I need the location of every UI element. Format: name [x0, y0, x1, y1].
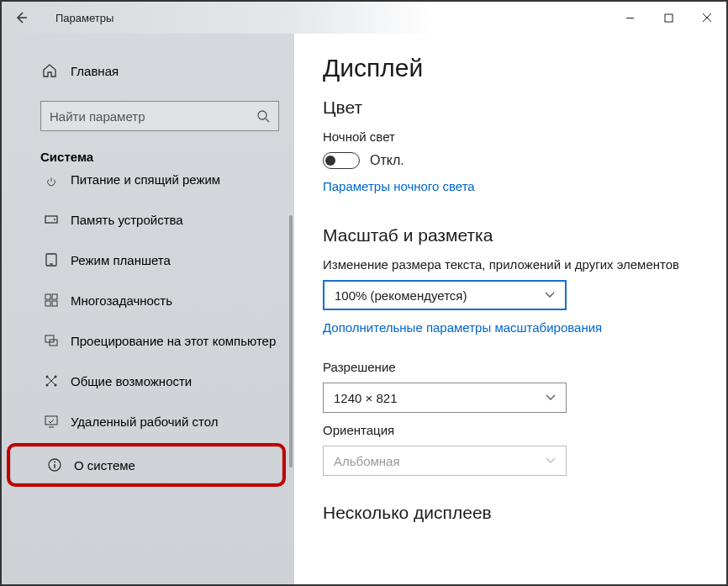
color-heading: Цвет	[323, 98, 706, 118]
toggle-state: Откл.	[370, 153, 404, 168]
body: Главная Найти параметр Система Питание и…	[2, 34, 726, 584]
sidebar-item-label: Питание и спящий режим	[71, 172, 220, 187]
settings-window: Параметры Главная Найти параметр Система	[0, 0, 728, 586]
sidebar-item-label: О системе	[74, 458, 135, 472]
window-title: Параметры	[55, 12, 113, 24]
toggle-knob	[325, 156, 335, 166]
sidebar-item-label: Память устройства	[71, 213, 183, 227]
scale-select[interactable]: 100% (рекомендуется)	[323, 280, 567, 310]
search-placeholder: Найти параметр	[50, 109, 145, 124]
svg-point-4	[258, 111, 266, 119]
sidebar-item-label: Многозадачность	[71, 293, 172, 308]
multitask-icon	[42, 293, 61, 308]
multi-display-heading: Несколько дисплеев	[323, 503, 706, 523]
storage-icon	[42, 212, 61, 227]
orientation-value: Альбомная	[334, 454, 400, 468]
orientation-label: Ориентация	[323, 423, 706, 437]
svg-rect-11	[52, 294, 57, 299]
svg-rect-1	[665, 14, 673, 22]
svg-rect-20	[45, 416, 57, 425]
sidebar-item-project[interactable]: Проецирование на этот компьютер	[2, 320, 294, 361]
remote-icon	[42, 414, 61, 429]
toggle-track	[323, 152, 360, 169]
info-icon	[45, 457, 64, 472]
resolution-label: Разрешение	[323, 360, 706, 374]
titlebar: Параметры	[2, 2, 726, 34]
scale-value: 100% (рекомендуется)	[335, 288, 467, 303]
sidebar-item-shared[interactable]: Общие возможности	[2, 361, 294, 401]
minimize-button[interactable]	[610, 2, 649, 34]
sidebar-home[interactable]: Главная	[2, 54, 294, 87]
scale-heading: Масштаб и разметка	[323, 225, 706, 245]
svg-point-7	[54, 219, 55, 220]
sidebar-item-power[interactable]: Питание и спящий режим	[2, 159, 294, 199]
main-content: Дисплей Цвет Ночной свет Откл. Параметры…	[294, 34, 726, 584]
window-controls	[610, 2, 726, 34]
maximize-button[interactable]	[649, 2, 688, 34]
resolution-value: 1240 × 821	[334, 391, 398, 405]
shared-icon	[42, 373, 61, 388]
power-icon	[42, 172, 61, 187]
svg-rect-13	[52, 301, 57, 306]
project-icon	[42, 333, 61, 348]
sidebar-item-label: Проецирование на этот компьютер	[71, 334, 276, 348]
chevron-down-icon	[546, 394, 556, 401]
sidebar-item-tablet[interactable]: Режим планшета	[2, 240, 294, 280]
sidebar-scrollbar[interactable]	[289, 215, 293, 467]
chevron-down-icon	[545, 292, 555, 298]
chevron-down-icon	[546, 457, 556, 464]
resolution-select[interactable]: 1240 × 821	[323, 383, 567, 413]
sidebar-home-label: Главная	[71, 64, 119, 78]
page-title: Дисплей	[323, 54, 706, 82]
svg-rect-10	[45, 294, 50, 299]
orientation-select: Альбомная	[323, 446, 567, 476]
svg-line-5	[266, 119, 269, 122]
sidebar-item-label: Режим планшета	[71, 253, 171, 267]
sidebar-item-label: Удаленный рабочий стол	[71, 414, 218, 429]
tablet-icon	[42, 252, 61, 267]
night-light-toggle[interactable]: Откл.	[323, 152, 404, 169]
close-button[interactable]	[688, 2, 726, 34]
svg-rect-12	[45, 301, 50, 306]
back-button[interactable]	[13, 10, 47, 25]
sidebar-item-about[interactable]: О системе	[7, 443, 286, 487]
night-light-label: Ночной свет	[323, 129, 706, 144]
sidebar-item-remote[interactable]: Удаленный рабочий стол	[2, 401, 294, 441]
sidebar-item-label: Общие возможности	[71, 374, 192, 388]
sidebar-item-multitask[interactable]: Многозадачность	[2, 280, 294, 320]
night-light-link[interactable]: Параметры ночного света	[323, 179, 475, 193]
home-icon	[42, 63, 57, 78]
scale-label: Изменение размера текста, приложений и д…	[323, 257, 706, 272]
scale-advanced-link[interactable]: Дополнительные параметры масштабирования	[323, 320, 602, 335]
search-input[interactable]: Найти параметр	[40, 101, 279, 131]
svg-point-24	[54, 462, 55, 463]
sidebar-item-storage[interactable]: Память устройства	[2, 199, 294, 240]
search-icon	[256, 109, 270, 123]
sidebar: Главная Найти параметр Система Питание и…	[2, 34, 294, 584]
